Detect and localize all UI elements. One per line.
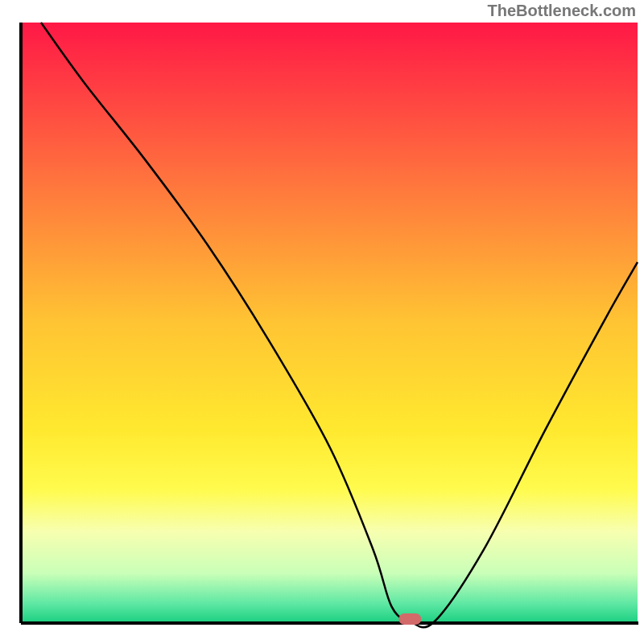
- optimal-marker: [398, 613, 421, 625]
- chart-container: TheBottleneck.com: [0, 0, 644, 644]
- bottleneck-chart: [0, 0, 644, 644]
- plot-background: [23, 23, 638, 621]
- watermark-text: TheBottleneck.com: [488, 2, 636, 20]
